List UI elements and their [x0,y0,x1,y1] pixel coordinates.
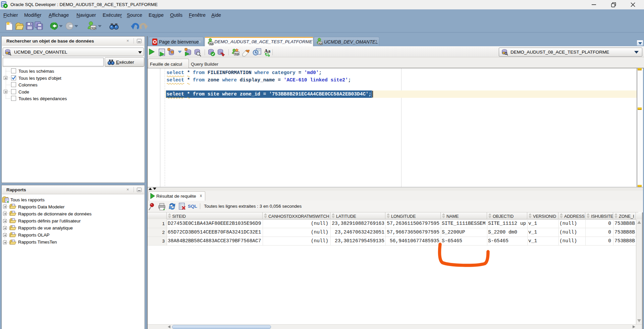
svg-text:Aa: Aa [264,48,271,54]
svg-text:SQL: SQL [188,204,197,209]
svg-text:SQL: SQL [319,42,323,45]
svg-text:SQL: SQL [235,53,240,55]
svg-text:SQL: SQL [210,43,214,45]
svg-text:SQL: SQL [91,26,97,29]
